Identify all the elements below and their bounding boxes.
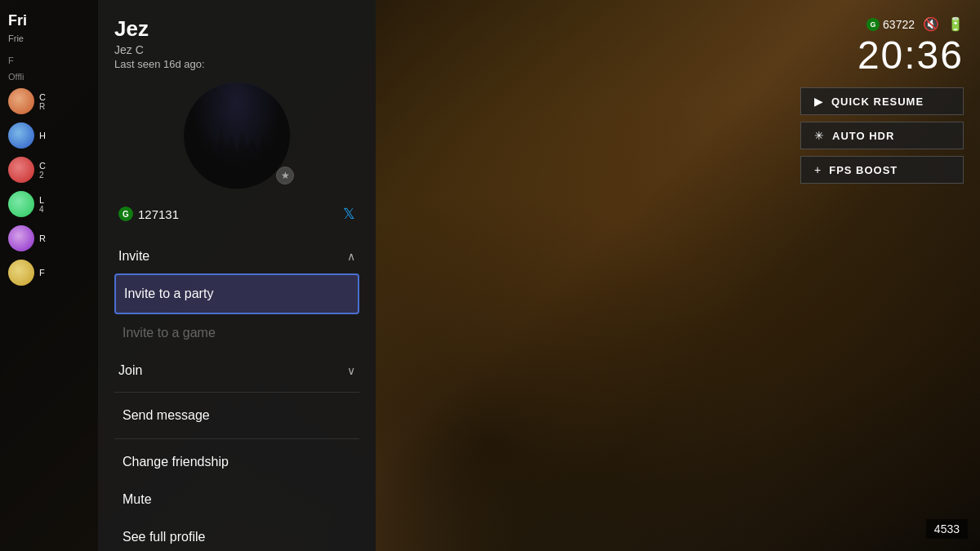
- invite-game-item: Invite to a game: [114, 314, 359, 352]
- change-friendship-item[interactable]: Change friendship: [114, 443, 359, 481]
- friend-name: L: [39, 195, 44, 205]
- friend-name: F: [39, 268, 45, 278]
- mute-bell-icon: 🔇: [923, 16, 939, 32]
- score-badge: 4533: [926, 519, 968, 539]
- see-full-profile-label: See full profile: [122, 530, 205, 544]
- quick-resume-button[interactable]: ▶ QUICK RESUME: [800, 87, 964, 115]
- friend-name: R: [39, 233, 46, 243]
- g-icon: G: [118, 207, 133, 221]
- join-label: Join: [118, 363, 142, 378]
- hud-gamerscore-value: 63722: [883, 18, 915, 31]
- plus-icon: +: [814, 163, 821, 176]
- play-icon: ▶: [814, 95, 823, 108]
- profile-header: Jez Jez C Last seen 16d ago:: [114, 16, 359, 70]
- hud-gamerscore: G 63722: [866, 18, 915, 31]
- mute-item[interactable]: Mute: [114, 481, 359, 518]
- battery-icon: 🔋: [947, 16, 964, 32]
- invite-label: Invite: [118, 249, 149, 264]
- invite-game-label: Invite to a game: [122, 326, 216, 340]
- star-badge: ★: [276, 167, 294, 184]
- change-friendship-label: Change friendship: [122, 455, 229, 469]
- avatar: [8, 88, 34, 114]
- join-section: Join ∨: [114, 353, 359, 388]
- friend-name: C: [39, 161, 46, 171]
- friend-name: H: [39, 131, 46, 140]
- divider: [114, 438, 359, 439]
- quick-resume-label: QUICK RESUME: [831, 96, 924, 108]
- see-full-profile-item[interactable]: See full profile: [114, 518, 359, 551]
- friend-detail: 4: [39, 205, 44, 214]
- hud-buttons: ▶ QUICK RESUME ✳ AUTO HDR + FPS BOOST: [800, 87, 964, 184]
- twitter-icon[interactable]: 𝕏: [343, 205, 355, 223]
- sidebar: Fri Frie F Offli C R H C 2 L 4 R: [0, 0, 98, 551]
- sidebar-subtitle: Frie: [8, 33, 90, 43]
- chevron-down-icon: ∨: [347, 364, 355, 377]
- send-message-label: Send message: [122, 408, 210, 422]
- avatar: [8, 225, 34, 251]
- list-item[interactable]: C 2: [8, 157, 90, 183]
- divider: [114, 392, 359, 393]
- list-item[interactable]: H: [8, 122, 90, 149]
- invite-party-item[interactable]: Invite to a party: [114, 273, 359, 314]
- invite-section: Invite ∧ Invite to a party Invite to a g…: [114, 239, 359, 352]
- avatar-image: [184, 82, 290, 189]
- avatar: [184, 82, 290, 189]
- avatar: [8, 122, 34, 149]
- list-item[interactable]: L 4: [8, 191, 90, 217]
- invite-section-header[interactable]: Invite ∧: [114, 239, 359, 273]
- avatar: [8, 157, 34, 183]
- friend-detail: 2: [39, 171, 46, 180]
- friend-detail: R: [39, 102, 46, 111]
- profile-avatar-container: ★: [114, 82, 359, 189]
- gamerscore: G 127131: [118, 207, 179, 221]
- list-item[interactable]: C R: [8, 88, 90, 114]
- offline-label: Offli: [8, 72, 90, 82]
- avatar: [8, 191, 34, 217]
- friend-name: C: [39, 92, 46, 102]
- sidebar-title: Fri: [8, 12, 90, 29]
- hdr-icon: ✳: [814, 129, 824, 142]
- fps-boost-label: FPS BOOST: [829, 164, 898, 176]
- hud-top-row: G 63722 🔇 🔋: [800, 16, 964, 32]
- avatar: [8, 260, 34, 286]
- hud: G 63722 🔇 🔋 20:36 ▶ QUICK RESUME ✳ AUTO …: [800, 16, 964, 184]
- profile-gamertag: Jez C: [114, 43, 359, 56]
- chevron-up-icon: ∧: [347, 250, 355, 263]
- join-section-header[interactable]: Join ∨: [114, 353, 359, 388]
- list-item[interactable]: F: [8, 260, 90, 286]
- profile-popup: Jez Jez C Last seen 16d ago: ★ G 127131 …: [98, 0, 376, 551]
- invite-party-label: Invite to a party: [124, 287, 213, 300]
- hud-g-icon: G: [866, 18, 880, 31]
- profile-stats: G 127131 𝕏: [114, 205, 359, 223]
- score-value: 4533: [934, 522, 960, 535]
- sidebar-section-label: F: [8, 56, 90, 65]
- auto-hdr-label: AUTO HDR: [832, 130, 894, 142]
- profile-last-seen: Last seen 16d ago:: [114, 58, 359, 70]
- send-message-item[interactable]: Send message: [114, 397, 359, 434]
- list-item[interactable]: R: [8, 225, 90, 251]
- mute-label: Mute: [122, 492, 152, 506]
- profile-name: Jez: [114, 16, 359, 42]
- auto-hdr-button[interactable]: ✳ AUTO HDR: [800, 122, 964, 149]
- fps-boost-button[interactable]: + FPS BOOST: [800, 156, 964, 184]
- gamerscore-value: 127131: [138, 207, 179, 221]
- hud-time: 20:36: [800, 36, 964, 75]
